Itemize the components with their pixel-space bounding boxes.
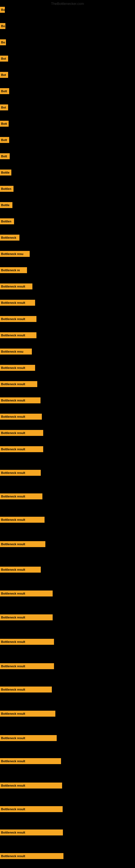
bar-item: Bott — [0, 153, 10, 160]
bar-item: Bo — [0, 39, 6, 46]
bar-item: Bottleneck result — [0, 365, 35, 372]
bar-item: Bottleneck result — [0, 300, 35, 307]
bar-item: Bottleneck result — [0, 830, 63, 837]
bar-item: Bot — [0, 72, 8, 79]
bar-item: Bottleneck result — [0, 517, 45, 524]
bar-item: Bottleneck result — [0, 853, 63, 860]
bar-item: Bottleneck result — [0, 735, 57, 742]
bar-item: Bo — [0, 23, 5, 30]
bar-item: Bottleneck result — [0, 446, 43, 453]
bar-item: Bottle — [0, 202, 12, 209]
bar-item: Bottleneck result — [0, 470, 41, 477]
bar-item: Bottleneck result — [0, 381, 37, 388]
bar-item: Bottleneck result — [0, 493, 42, 500]
bar-item: Bottleneck result — [0, 614, 53, 621]
bar-item: Bott — [0, 137, 9, 144]
bar-item: Bottleneck result — [0, 711, 55, 718]
bar-item: Bottleneck resu — [0, 251, 30, 258]
bar-item: Bottleneck result — [0, 686, 52, 693]
bar-item: Bottleneck result — [0, 283, 32, 290]
bar-item: Bottleneck result — [0, 639, 54, 646]
bar-item: Bottleneck resu — [0, 348, 32, 355]
bar-item: Bot — [0, 104, 8, 112]
bar-item: Bot — [0, 56, 8, 63]
bar-item: Bottleneck result — [0, 590, 53, 597]
bar-item: Bott — [0, 88, 9, 95]
bar-item: Bottleneck result — [0, 397, 41, 404]
bar-item: Bottleneck result — [0, 663, 54, 670]
bar-item: Bottleneck — [0, 235, 19, 242]
bar-item: Bottlen — [0, 218, 14, 225]
bar-item: Bottleneck re — [0, 267, 27, 274]
bar-item: Bo — [0, 7, 5, 14]
site-title: TheBottlenecker.com — [51, 2, 84, 6]
bar-item: Bottleneck result — [0, 430, 43, 437]
bar-item: Bottleneck result — [0, 567, 41, 574]
bar-item: Bottleneck result — [0, 541, 45, 548]
bar-item: Bottle — [0, 169, 11, 177]
bar-item: Bottleneck result — [0, 782, 62, 789]
bar-item: Bottleneck result — [0, 414, 42, 421]
bar-item: Bott — [0, 121, 9, 128]
bar-item: Bottleneck result — [0, 806, 63, 813]
bar-item: Bottleneck result — [0, 332, 37, 339]
bar-item: Bottlen — [0, 186, 13, 193]
bar-item: Bottleneck result — [0, 316, 37, 323]
bar-item: Bottleneck result — [0, 758, 61, 765]
